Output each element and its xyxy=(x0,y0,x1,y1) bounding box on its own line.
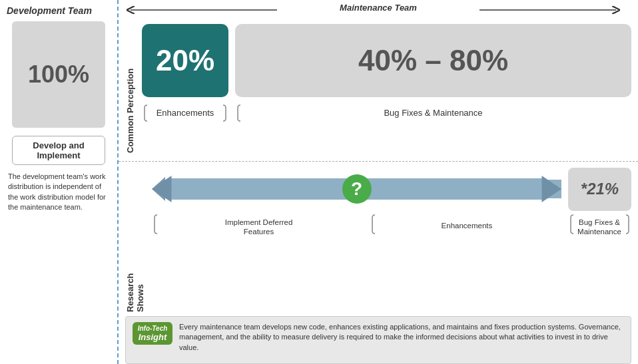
insight-badge-top: Info-Tech xyxy=(137,325,168,332)
dev-team-title: Development Team xyxy=(7,5,111,16)
maintenance-title: Maintenance Team xyxy=(340,3,417,13)
question-mark-circle: ? xyxy=(342,174,372,204)
research-shows-label: ResearchShows xyxy=(125,166,145,312)
svg-marker-11 xyxy=(541,176,561,202)
dev-100-label: 100% xyxy=(28,61,89,89)
insight-badge-bottom: Insight xyxy=(137,332,168,342)
insight-badge: Info-Tech Insight xyxy=(133,322,172,345)
svg-text:Enhancements: Enhancements xyxy=(442,222,493,230)
research-content: ResearchShows xyxy=(125,166,631,312)
dev-description: The development team's work distribution… xyxy=(7,172,111,213)
double-arrow-container: ? xyxy=(152,169,561,209)
bug-fixes-bracket-research: Bug Fixes & Maintenance xyxy=(568,214,631,242)
enhancements-bracket: Enhancements xyxy=(142,102,228,124)
box-20-percent: 20% xyxy=(142,24,228,97)
maintenance-header-arrow: Maintenance Team Maintenance Team xyxy=(125,3,631,17)
common-boxes-row: 20% 40% – 80% xyxy=(142,24,631,97)
common-perception-section: Common Perception 20% 40% – 80% xyxy=(119,19,638,162)
svg-text:Implement Deferred: Implement Deferred xyxy=(225,218,293,226)
implement-bracket: Implement Deferred Features xyxy=(152,214,366,242)
question-mark: ? xyxy=(351,178,362,200)
enhancements-bracket-research: Enhancements xyxy=(370,214,564,242)
svg-marker-10 xyxy=(152,176,172,202)
box-20-label: 20% xyxy=(156,44,214,77)
enhancements-bracket-svg: Enhancements xyxy=(142,102,228,124)
bugfixes-bracket: Bug Fixes & Maintenance xyxy=(235,102,631,124)
left-column: Development Team 100% Develop andImpleme… xyxy=(0,0,119,364)
bug-fixes-research-bracket-svg: Bug Fixes & Maintenance xyxy=(568,214,631,239)
svg-text:Maintenance: Maintenance xyxy=(577,228,621,236)
insight-row: Info-Tech Insight Every maintenance team… xyxy=(125,316,631,364)
svg-text:Bug Fixes & Maintenance: Bug Fixes & Maintenance xyxy=(384,108,482,118)
right-column: Maintenance Team Maintenance Team Common… xyxy=(119,0,638,364)
research-arrow-row: ? *21% xyxy=(152,166,631,212)
enhancements-research-bracket-svg: Enhancements xyxy=(370,214,564,239)
main-container: Development Team 100% Develop andImpleme… xyxy=(0,0,638,364)
research-labels-row: Implement Deferred Features Enhancements xyxy=(152,214,631,242)
common-content: 20% 40% – 80% Enhancements xyxy=(142,24,631,153)
implement-bracket-svg: Implement Deferred Features xyxy=(152,214,366,239)
dev-100-box: 100% xyxy=(12,21,105,128)
svg-text:Features: Features xyxy=(244,228,274,236)
header-container: Maintenance Team Maintenance Team xyxy=(119,0,638,19)
research-shows-section: ResearchShows xyxy=(119,162,638,364)
box-4080-label: 40% – 80% xyxy=(358,44,508,77)
svg-text:Bug Fixes &: Bug Fixes & xyxy=(579,218,620,226)
header-arrow-container: Maintenance Team Maintenance Team xyxy=(125,3,631,17)
svg-text:Enhancements: Enhancements xyxy=(157,108,214,118)
develop-implement-box: Develop andImplement xyxy=(12,136,105,165)
research-main: ? *21% xyxy=(152,166,631,312)
box-21-percent: *21% xyxy=(568,168,631,211)
insight-text: Every maintenance team develops new code… xyxy=(179,322,624,353)
box-21-label: *21% xyxy=(581,180,619,198)
box-40-80-percent: 40% – 80% xyxy=(235,24,631,97)
bugfixes-bracket-svg: Bug Fixes & Maintenance xyxy=(235,102,631,124)
common-perception-label: Common Perception xyxy=(125,24,135,153)
common-labels-row: Enhancements Bug Fixes & Maintenance xyxy=(142,102,631,124)
develop-implement-label: Develop andImplement xyxy=(33,140,84,160)
